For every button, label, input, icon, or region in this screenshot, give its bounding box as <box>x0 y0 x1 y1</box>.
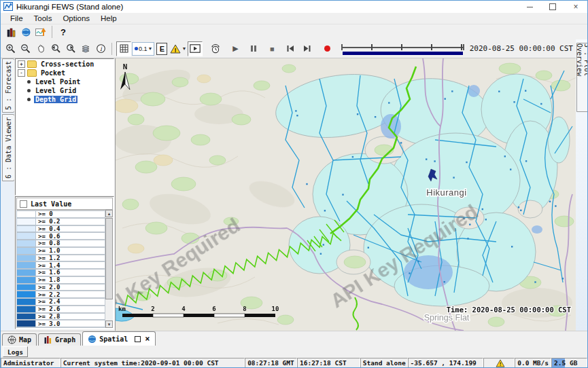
legend-row[interactable]: >= 3.2 <box>16 327 105 328</box>
scrollbar-thumb[interactable] <box>105 218 113 299</box>
app-icon <box>3 2 13 12</box>
status-warning-icon[interactable]: ! <box>483 358 515 368</box>
zoom-previous-icon[interactable] <box>49 42 63 56</box>
zoom-in-icon[interactable] <box>4 42 18 56</box>
status-memory: 2.5 GB <box>551 358 587 368</box>
spatial-display-icon[interactable] <box>34 25 48 39</box>
svg-text:N: N <box>123 62 128 71</box>
time-control-icon[interactable] <box>209 42 222 56</box>
play-icon[interactable]: ▶ <box>228 42 242 56</box>
tree-item-cross-section[interactable]: + Cross-section <box>18 60 114 68</box>
close-button[interactable]: × <box>564 1 587 13</box>
last-frame-icon[interactable] <box>300 42 314 56</box>
label-springs-flat: Springs Flat <box>424 313 470 323</box>
timeline-date: 2020-08-25 00:00:00 CST <box>470 44 573 53</box>
menu-bar: File Tools Options Help <box>1 13 587 24</box>
tree-item-pocket[interactable]: - Pocket <box>18 69 114 77</box>
menu-tools[interactable]: Tools <box>29 14 58 22</box>
tab-data-viewer[interactable]: 6 : Data Viewer <box>2 114 15 181</box>
pan-icon[interactable] <box>34 42 48 56</box>
bottom-tab-bar: Map Graph Spatial × <box>1 331 587 346</box>
status-coordinates: -35.657 , 174.199 <box>408 358 484 368</box>
legend-row[interactable]: >= 1.6 <box>16 269 105 276</box>
expand-icon[interactable]: + <box>18 60 25 68</box>
legend-row[interactable]: >= 0 <box>16 210 105 218</box>
animation-icon[interactable] <box>188 41 203 56</box>
menu-help[interactable]: Help <box>95 14 122 22</box>
tab-graph[interactable]: Graph <box>38 333 81 346</box>
tab-plot-overview[interactable]: 3 : Plot Overview <box>576 43 588 112</box>
globe-icon[interactable] <box>19 25 33 39</box>
status-network-speed: 0.0 MB/s <box>515 358 551 368</box>
scroll-up-icon[interactable]: ▲ <box>105 210 113 217</box>
legend-icon[interactable]: E <box>155 42 169 56</box>
legend-row[interactable]: >= 2.4 <box>16 298 105 306</box>
svg-text:2: 2 <box>151 306 154 312</box>
scroll-down-icon[interactable]: ▼ <box>105 320 113 328</box>
menu-file[interactable]: File <box>5 14 29 22</box>
map-viewport[interactable]: API Key Required API Key Required N km 2… <box>115 58 576 331</box>
legend-row[interactable]: >= 2.8 <box>16 313 105 320</box>
legend-row[interactable]: >= 0.4 <box>16 225 105 233</box>
legend-row[interactable]: >= 1.0 <box>16 247 105 255</box>
record-icon[interactable] <box>320 42 334 56</box>
logs-row: Logs <box>1 346 587 357</box>
legend-row[interactable]: >= 0.8 <box>16 240 105 247</box>
timeline-range-bar[interactable] <box>343 52 462 55</box>
help-icon[interactable]: ? <box>56 25 70 39</box>
grid-icon[interactable] <box>116 41 131 56</box>
first-frame-icon[interactable] <box>283 42 297 56</box>
legend-row[interactable]: >= 1.4 <box>16 261 105 269</box>
collapse-icon[interactable]: - <box>18 69 25 77</box>
zoom-out-icon[interactable] <box>19 42 33 56</box>
maximize-panel-icon[interactable] <box>135 336 141 342</box>
close-panel-icon[interactable]: × <box>145 334 150 344</box>
label-hikurangi: Hikurangi <box>426 187 466 198</box>
layers-icon[interactable] <box>79 42 92 56</box>
stop-icon[interactable]: ■ <box>265 42 279 56</box>
svg-text:8: 8 <box>243 306 246 312</box>
database-icon[interactable] <box>4 25 18 39</box>
info-icon[interactable]: i <box>94 42 107 56</box>
legend-row[interactable]: >= 0.2 <box>16 218 105 225</box>
legend-scrollbar[interactable]: ▲ ▼ <box>105 210 113 328</box>
zoom-next-icon[interactable] <box>64 42 77 56</box>
contour-label-icon[interactable]: 0.1 ▼ <box>132 42 154 56</box>
right-tab-strip: 3 : Plot Overview <box>576 39 588 331</box>
tree-item-depth-grid[interactable]: Depth Grid <box>18 95 114 103</box>
last-value-toggle[interactable]: Last Value <box>16 198 113 210</box>
menu-options[interactable]: Options <box>57 14 95 22</box>
legend-row[interactable]: >= 2.6 <box>16 306 105 313</box>
minimize-button[interactable] <box>518 1 541 13</box>
svg-text:!: ! <box>175 46 177 53</box>
legend-row[interactable]: >= 2.0 <box>16 284 105 291</box>
timeline-slider[interactable] <box>341 42 464 56</box>
tab-forecast[interactable]: 5 : Forecast <box>2 58 15 113</box>
legend-list: >= 0 >= 0.2 >= 0.4 >= 0.6 >= 0.8 >= 1.0 … <box>16 210 105 328</box>
legend-row[interactable]: >= 1.2 <box>16 255 105 262</box>
legend-row[interactable]: >= 3.0 <box>16 320 105 327</box>
legend-row[interactable]: >= 0.6 <box>16 232 105 240</box>
legend-panel: Last Value >= 0 >= 0.2 >= 0.4 >= 0.6 >= … <box>15 196 114 329</box>
maximize-button[interactable] <box>541 1 564 13</box>
map-globe-icon <box>7 335 16 344</box>
legend-row[interactable]: >= 1.8 <box>16 276 105 284</box>
svg-text:6: 6 <box>212 306 215 312</box>
warning-icon[interactable]: ! ▼ <box>170 42 186 56</box>
svg-text:10: 10 <box>272 306 279 312</box>
map-canvas: API Key Required API Key Required N km 2… <box>116 58 576 331</box>
status-system-time: Current system time:2020-09-01 00:00 CST <box>60 358 245 368</box>
svg-text:km: km <box>118 306 126 312</box>
last-value-label: Last Value <box>31 200 71 208</box>
pause-icon[interactable] <box>247 42 260 56</box>
tree-item-level-point[interactable]: Level Point <box>18 77 114 86</box>
tab-spatial[interactable]: Spatial × <box>82 331 155 346</box>
logs-button[interactable]: Logs <box>3 346 28 357</box>
legend-row[interactable]: >= 2.2 <box>16 291 105 298</box>
tab-map[interactable]: Map <box>2 333 37 346</box>
tree-item-level-grid[interactable]: Level Grid <box>18 86 114 94</box>
left-tab-strip: 5 : Forecast 6 : Data Viewer <box>1 58 14 331</box>
checkbox-icon[interactable] <box>20 200 27 208</box>
title-bar: Hikurangi FEWS (Stand alone) × <box>1 1 587 14</box>
status-local-time: 16:27:18 CST <box>297 358 360 368</box>
